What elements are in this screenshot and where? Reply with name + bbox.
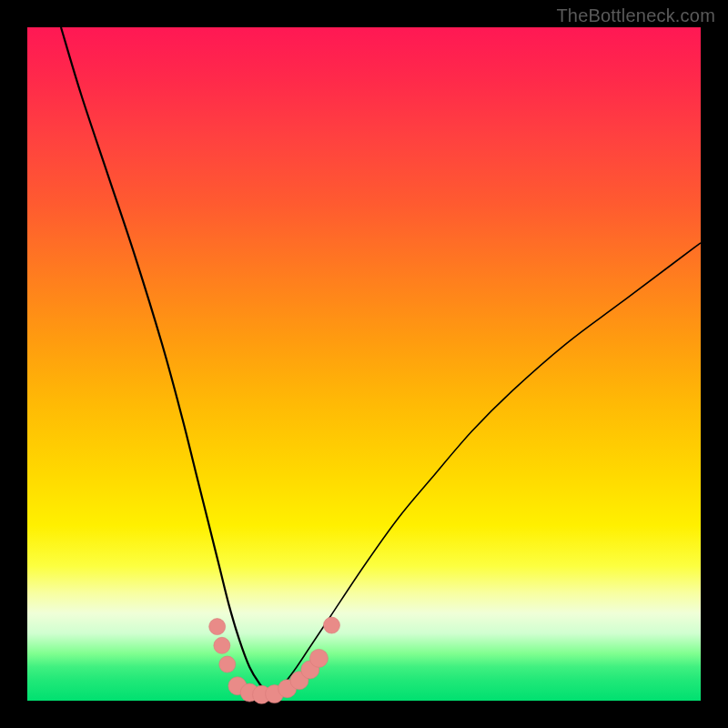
curve-marker [323, 617, 339, 633]
curve-marker [219, 656, 236, 672]
curve-marker [309, 649, 328, 667]
chart-svg [27, 27, 701, 701]
curve-markers [209, 617, 340, 703]
curve-marker [209, 619, 226, 635]
curve-left [61, 27, 269, 695]
plot-area [27, 27, 701, 701]
watermark-text: TheBottleneck.com [556, 5, 715, 26]
curve-marker [214, 637, 230, 653]
